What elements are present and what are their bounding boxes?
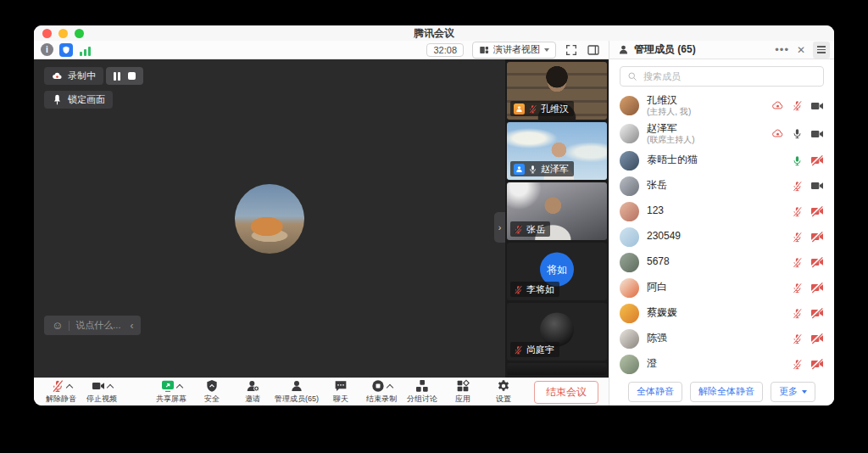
toolbar-button[interactable]: 应用 xyxy=(442,378,483,405)
camera-icon xyxy=(92,379,105,393)
video-thumbnail[interactable]: 将如 李将如 xyxy=(507,243,607,300)
toolbar-button[interactable]: 聊天 xyxy=(320,378,361,405)
member-row[interactable]: 230549 xyxy=(609,224,834,249)
camera-icon[interactable] xyxy=(810,127,824,141)
mic-icon[interactable] xyxy=(792,333,803,344)
sidebar-toggle-icon[interactable] xyxy=(587,43,600,57)
toolbar-button[interactable]: 结束录制 xyxy=(361,378,402,405)
stop-record-icon xyxy=(371,379,385,393)
camera-icon[interactable] xyxy=(810,179,824,193)
member-row[interactable]: 张岳 xyxy=(609,173,834,199)
chevron-left-icon[interactable]: ‹ xyxy=(130,320,133,332)
member-row[interactable]: 陈强 xyxy=(609,326,834,351)
toolbar-button[interactable]: 设置 xyxy=(483,378,524,405)
avatar xyxy=(620,96,639,115)
toolbar-button[interactable]: 停止视频 xyxy=(81,378,122,405)
mic-icon[interactable] xyxy=(792,155,803,166)
video-thumbnail[interactable]: 张岳 xyxy=(507,182,607,240)
avatar xyxy=(620,176,639,196)
mic-icon xyxy=(514,345,523,355)
toolbar-button[interactable]: 共享屏幕 xyxy=(151,378,192,405)
avatar xyxy=(620,151,639,171)
mic-icon[interactable] xyxy=(792,308,803,319)
camera-icon[interactable] xyxy=(810,154,824,167)
mic-icon[interactable] xyxy=(792,257,803,268)
quick-chat-bar[interactable]: ☺ 说点什么... ‹ xyxy=(44,316,141,335)
invite-icon xyxy=(246,379,259,393)
more-dots-icon[interactable]: ••• xyxy=(775,44,789,55)
member-row[interactable]: 阿白 xyxy=(609,275,834,300)
avatar xyxy=(620,355,639,374)
search-icon xyxy=(627,71,637,81)
network-signal-icon[interactable] xyxy=(79,43,96,56)
avatar xyxy=(620,253,639,272)
toolbar-button[interactable]: 解除静音 xyxy=(41,378,81,405)
camera-icon[interactable] xyxy=(810,230,824,243)
chevron-up-icon[interactable] xyxy=(175,383,182,390)
stop-recording-button[interactable] xyxy=(128,72,136,80)
pause-recording-button[interactable] xyxy=(114,72,120,81)
shield-icon[interactable] xyxy=(59,43,73,57)
mic-icon[interactable] xyxy=(792,232,803,243)
member-row[interactable]: 蔡媛媛 xyxy=(609,300,834,326)
end-meeting-button[interactable]: 结束会议 xyxy=(534,381,598,404)
mute-all-button[interactable]: 全体静音 xyxy=(628,382,682,402)
camera-icon[interactable] xyxy=(810,255,824,269)
toolbar-button[interactable]: 安全 xyxy=(192,378,232,405)
mic-icon[interactable] xyxy=(792,181,803,192)
menu-icon[interactable] xyxy=(813,42,830,59)
members-panel-footer: 全体静音 解除全体静音 更多 xyxy=(609,378,834,405)
participant-name: 李将如 xyxy=(526,283,554,296)
video-thumbnail[interactable]: 赵泽军 xyxy=(507,122,607,180)
member-row[interactable]: 123 xyxy=(609,199,834,224)
camera-icon[interactable] xyxy=(810,281,824,294)
meeting-topbar: i 32:08 演讲者视图 xyxy=(34,41,609,59)
chevron-up-icon[interactable] xyxy=(386,383,392,390)
info-icon[interactable]: i xyxy=(41,43,53,56)
toolbar-label: 共享屏幕 xyxy=(156,394,186,405)
chevron-up-icon[interactable] xyxy=(65,383,72,390)
bottom-toolbar: 解除静音 停止视频 共享屏幕 安全 邀请 管理成员 xyxy=(34,378,609,405)
member-search[interactable] xyxy=(620,66,824,87)
titlebar: 腾讯会议 xyxy=(34,25,834,41)
member-row[interactable]: 5678 xyxy=(609,249,834,275)
avatar xyxy=(620,329,639,349)
member-row[interactable]: 澄 xyxy=(609,351,834,377)
speaker-avatar xyxy=(235,184,304,254)
mic-icon xyxy=(528,104,537,114)
toolbar-button[interactable]: 管理成员(65) xyxy=(273,378,320,405)
thumbnail-strip-collapse-handle[interactable]: › xyxy=(494,212,505,243)
video-thumbnail-partial[interactable] xyxy=(507,363,607,375)
video-thumbnail[interactable]: 孔维汉 xyxy=(507,62,607,120)
member-row[interactable]: 赵泽军 (联席主持人) xyxy=(609,120,834,148)
view-mode-dropdown[interactable]: 演讲者视图 xyxy=(472,42,556,59)
camera-icon[interactable] xyxy=(810,99,824,113)
mic-icon[interactable] xyxy=(792,128,803,139)
mic-icon[interactable] xyxy=(792,282,803,294)
mic-icon[interactable] xyxy=(792,359,803,370)
toolbar-button[interactable]: 分组讨论 xyxy=(402,378,442,405)
member-row[interactable]: 孔维汉 (主持人, 我) xyxy=(609,92,834,120)
member-row[interactable]: 泰晤士的猫 xyxy=(609,148,834,173)
chat-placeholder[interactable]: 说点什么... xyxy=(75,319,120,332)
toolbar-label: 聊天 xyxy=(333,394,348,405)
search-input[interactable] xyxy=(642,70,816,82)
mic-icon[interactable] xyxy=(792,206,803,217)
video-thumbnail[interactable]: 尚庭宇 xyxy=(507,303,607,361)
unmute-all-button[interactable]: 解除全体静音 xyxy=(690,382,763,402)
members-panel: 孔维汉 (主持人, 我) 赵泽军 (联席主持人) 泰晤士的猫 xyxy=(609,59,834,378)
toolbar-button[interactable]: 邀请 xyxy=(232,378,273,405)
camera-icon[interactable] xyxy=(810,204,824,218)
mic-icon[interactable] xyxy=(792,100,803,111)
lock-view-button[interactable]: 锁定画面 xyxy=(44,91,113,109)
fullscreen-icon[interactable] xyxy=(565,43,578,57)
camera-icon[interactable] xyxy=(810,306,824,320)
chevron-up-icon[interactable] xyxy=(106,383,113,390)
camera-icon[interactable] xyxy=(810,332,824,345)
recording-label: 录制中 xyxy=(68,70,96,82)
more-button[interactable]: 更多 xyxy=(771,382,815,402)
close-icon[interactable]: ✕ xyxy=(797,45,805,55)
camera-icon[interactable] xyxy=(810,357,824,371)
cloud-record-icon xyxy=(52,70,63,81)
smiley-icon[interactable]: ☺ xyxy=(52,320,63,331)
